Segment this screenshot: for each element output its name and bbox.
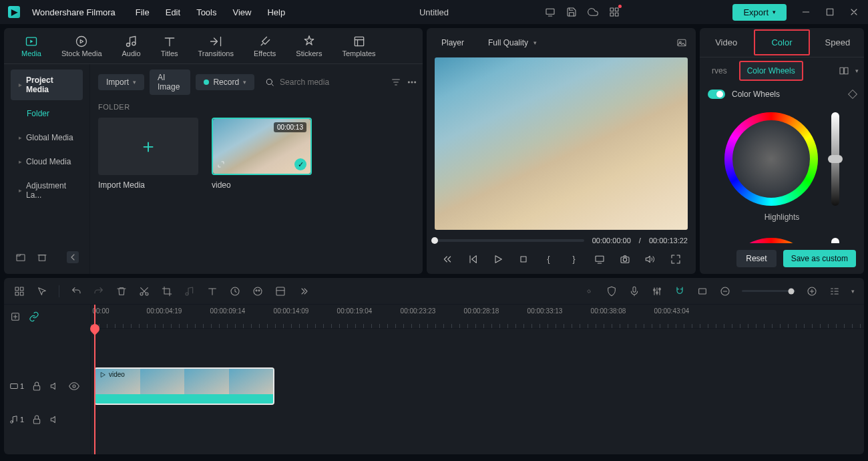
sidebar-project-media[interactable]: ▸Project Media bbox=[11, 69, 83, 100]
redo-icon[interactable] bbox=[93, 285, 105, 297]
mute-icon[interactable] bbox=[49, 380, 61, 392]
volume-icon[interactable] bbox=[644, 253, 656, 265]
video-track-header[interactable]: 1 bbox=[4, 366, 90, 406]
speed-icon[interactable] bbox=[229, 285, 241, 297]
cut-icon[interactable] bbox=[138, 285, 150, 297]
undo-icon[interactable] bbox=[70, 285, 82, 297]
visibility-icon[interactable] bbox=[68, 380, 80, 392]
tab-stock-media[interactable]: Stock Media bbox=[57, 32, 106, 63]
quality-select[interactable]: Full Quality▾ bbox=[481, 35, 544, 50]
lock-icon[interactable] bbox=[31, 380, 43, 392]
grid-icon[interactable] bbox=[13, 285, 25, 297]
export-button[interactable]: Export▾ bbox=[732, 4, 787, 21]
props-tab-color[interactable]: Color bbox=[754, 29, 809, 55]
list-view-icon[interactable] bbox=[829, 285, 841, 297]
seek-bar[interactable] bbox=[435, 239, 584, 242]
fullscreen-icon[interactable] bbox=[670, 253, 682, 265]
keyframe-tool-icon[interactable] bbox=[583, 285, 595, 297]
trash-icon[interactable] bbox=[116, 285, 128, 297]
music-icon[interactable] bbox=[184, 285, 196, 297]
import-button[interactable]: Import▾ bbox=[98, 74, 144, 90]
prev-frame-icon[interactable] bbox=[441, 253, 453, 265]
props-tab-video[interactable]: Video bbox=[700, 31, 752, 54]
magnet-icon[interactable] bbox=[674, 285, 686, 297]
ai-image-button[interactable]: AI Image bbox=[150, 69, 190, 95]
menu-edit[interactable]: Edit bbox=[166, 7, 180, 17]
subtab-color-wheels[interactable]: Color Wheels bbox=[739, 61, 803, 81]
timeline-ruler[interactable]: 00:00 00:00:04:19 00:00:09:14 00:00:14:0… bbox=[91, 305, 864, 329]
lock-audio-icon[interactable] bbox=[31, 414, 43, 426]
camera-icon[interactable] bbox=[619, 253, 631, 265]
minimize-icon[interactable] bbox=[800, 6, 812, 18]
layout-icon[interactable] bbox=[274, 285, 286, 297]
subtab-curves[interactable]: rves bbox=[705, 62, 734, 80]
midtones-wheel[interactable] bbox=[724, 238, 818, 243]
tab-transitions[interactable]: Transitions bbox=[194, 32, 238, 63]
mark-in-icon[interactable]: { bbox=[543, 253, 555, 265]
add-track-icon[interactable] bbox=[9, 311, 21, 323]
sidebar-cloud-media[interactable]: ▸Cloud Media bbox=[11, 151, 83, 172]
highlights-slider[interactable] bbox=[831, 112, 839, 206]
tab-audio[interactable]: Audio bbox=[118, 32, 145, 63]
zoom-out-icon[interactable] bbox=[719, 285, 731, 297]
save-custom-button[interactable]: Save as custom bbox=[783, 250, 856, 267]
search-input[interactable] bbox=[280, 78, 380, 87]
audio-track[interactable] bbox=[91, 406, 864, 433]
expand-icon[interactable] bbox=[217, 160, 225, 170]
reset-button[interactable]: Reset bbox=[736, 250, 776, 267]
shield-icon[interactable] bbox=[606, 285, 618, 297]
cloud-icon[interactable] bbox=[587, 6, 599, 18]
crop-icon[interactable] bbox=[161, 285, 173, 297]
playhead[interactable] bbox=[94, 305, 95, 454]
tab-titles[interactable]: Titles bbox=[157, 32, 182, 63]
tab-stickers[interactable]: Stickers bbox=[292, 32, 326, 63]
video-track[interactable]: video bbox=[91, 366, 864, 406]
display-icon[interactable] bbox=[594, 253, 606, 265]
video-clip-tile[interactable]: 00:00:13 ✓ video bbox=[212, 118, 312, 190]
menu-file[interactable]: File bbox=[136, 7, 150, 17]
zoom-in-icon[interactable] bbox=[806, 285, 818, 297]
menu-help[interactable]: Help bbox=[267, 7, 285, 17]
play-icon[interactable] bbox=[492, 253, 504, 265]
tab-effects[interactable]: Effects bbox=[250, 32, 280, 63]
mic-icon[interactable] bbox=[628, 285, 640, 297]
record-button[interactable]: Record▾ bbox=[196, 74, 254, 90]
collapse-sidebar-icon[interactable] bbox=[67, 251, 79, 263]
midtones-slider[interactable] bbox=[831, 238, 839, 243]
timeline-tracks[interactable]: 00:00 00:00:04:19 00:00:09:14 00:00:14:0… bbox=[91, 305, 864, 454]
new-folder-icon[interactable] bbox=[15, 251, 27, 263]
link-icon[interactable] bbox=[28, 311, 40, 323]
player-select[interactable]: Player bbox=[435, 35, 471, 50]
search-media[interactable] bbox=[260, 78, 385, 87]
menu-tools[interactable]: Tools bbox=[196, 7, 216, 17]
highlights-wheel[interactable] bbox=[724, 112, 818, 206]
zoom-slider[interactable] bbox=[742, 290, 795, 292]
stop-icon[interactable] bbox=[517, 253, 529, 265]
mixer-icon[interactable] bbox=[651, 285, 663, 297]
compare-icon[interactable] bbox=[838, 65, 850, 77]
audio-track-header[interactable]: 1 bbox=[4, 406, 90, 433]
apps-icon[interactable] bbox=[608, 6, 620, 18]
sidebar-folder[interactable]: Folder bbox=[11, 103, 83, 124]
cursor-icon[interactable] bbox=[36, 285, 48, 297]
sidebar-adjustment-layer[interactable]: ▸Adjustment La... bbox=[11, 175, 83, 206]
preview-viewport[interactable] bbox=[435, 57, 688, 230]
snapshot-icon[interactable] bbox=[676, 37, 688, 49]
maximize-icon[interactable] bbox=[824, 6, 836, 18]
close-icon[interactable] bbox=[848, 6, 860, 18]
frame-icon[interactable] bbox=[696, 285, 708, 297]
filter-icon[interactable] bbox=[391, 76, 401, 88]
device-icon[interactable] bbox=[544, 6, 556, 18]
timeline-clip[interactable]: video bbox=[94, 367, 274, 405]
import-media-tile[interactable]: ＋ Import Media bbox=[98, 118, 198, 190]
mute-audio-icon[interactable] bbox=[49, 414, 61, 426]
more-icon[interactable] bbox=[407, 76, 417, 88]
sidebar-global-media[interactable]: ▸Global Media bbox=[11, 127, 83, 148]
play-backward-icon[interactable] bbox=[467, 253, 479, 265]
text-icon[interactable] bbox=[206, 285, 218, 297]
color-wheels-toggle[interactable] bbox=[708, 90, 725, 99]
save-icon[interactable] bbox=[566, 6, 578, 18]
mark-out-icon[interactable]: } bbox=[568, 253, 580, 265]
tab-media[interactable]: Media bbox=[17, 32, 45, 63]
tab-templates[interactable]: Templates bbox=[338, 32, 379, 63]
